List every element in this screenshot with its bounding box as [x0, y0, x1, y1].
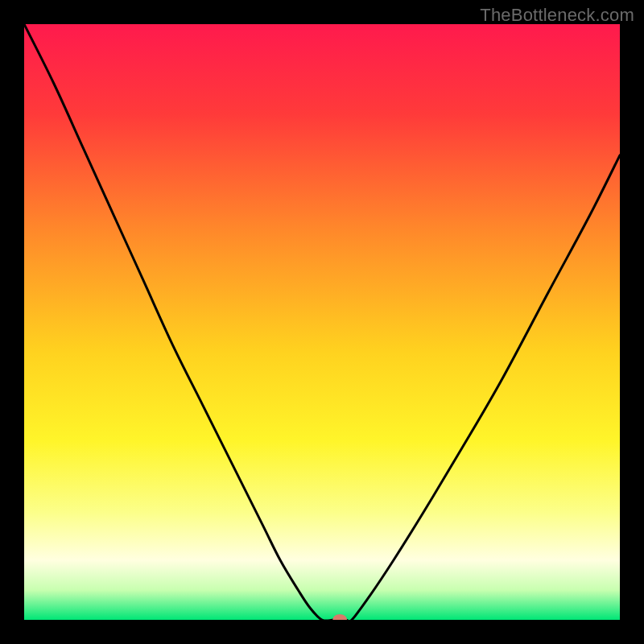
watermark-text: TheBottleneck.com [480, 5, 634, 26]
bottleneck-chart [24, 24, 620, 620]
gradient-background [24, 24, 620, 620]
chart-frame: TheBottleneck.com [0, 0, 644, 644]
